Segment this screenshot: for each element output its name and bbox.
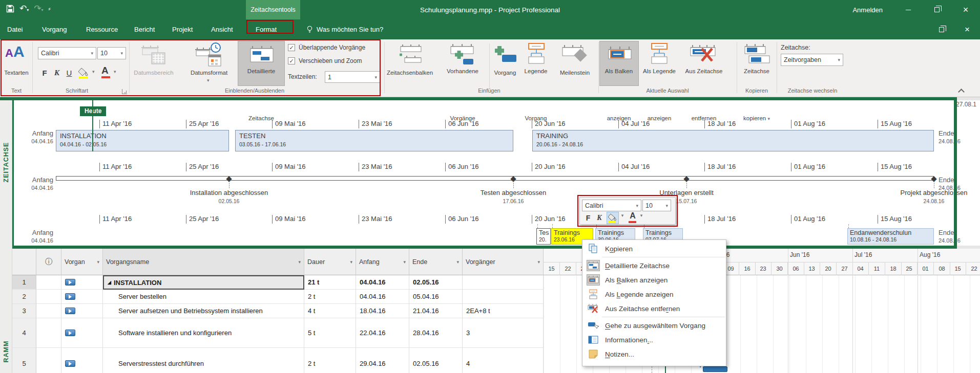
timeline-pane[interactable]	[12, 100, 954, 246]
document-close-icon[interactable]: ×	[965, 19, 970, 39]
dauer-cell[interactable]: 5 t	[304, 318, 356, 348]
menu-item[interactable]: Aus Zeitachse entfernen	[582, 301, 726, 316]
vorgaenger-cell[interactable]: 4	[463, 348, 544, 373]
tab-vorgang[interactable]: Vorgang	[37, 19, 72, 39]
filter-arrow-icon[interactable]: ▾	[537, 259, 540, 265]
filter-arrow-icon[interactable]: ▾	[350, 259, 352, 265]
column-header-Ende[interactable]: Ende▾	[409, 249, 463, 275]
zeitachse-kopieren-button[interactable]	[743, 42, 772, 69]
vorgaenger-cell[interactable]	[463, 290, 544, 304]
mini-color-dropdown[interactable]: ▾	[638, 213, 644, 218]
task-mode-cell[interactable]	[61, 275, 103, 290]
tab-projekt[interactable]: Projekt	[167, 19, 198, 39]
gantt-task-bar[interactable]	[703, 366, 727, 372]
row-number[interactable]: 3	[12, 304, 36, 318]
ende-cell[interactable]: 21.04.16	[409, 304, 463, 318]
italic-button[interactable]: K	[51, 67, 62, 78]
fill-color-dropdown[interactable]: ▾	[92, 69, 95, 74]
aus-zeitachse-entfernen-button[interactable]	[689, 43, 719, 69]
task-mode-cell[interactable]	[61, 290, 103, 304]
info-cell[interactable]	[36, 304, 61, 318]
column-header-Anfang[interactable]: Anfang▾	[356, 249, 409, 275]
vorgaenger-cell[interactable]	[463, 275, 544, 290]
tab-ressource[interactable]: Ressource	[81, 19, 123, 39]
task-mode-cell[interactable]	[61, 348, 103, 373]
save-icon[interactable]	[6, 5, 14, 13]
dauer-cell[interactable]: 2 t	[304, 348, 356, 373]
vorgang-einfuegen-button[interactable]	[493, 45, 517, 67]
menu-item[interactable]: Kopieren	[582, 242, 726, 256]
minimize-button[interactable]: ─	[894, 0, 923, 19]
tab-datei[interactable]: Datei	[2, 19, 28, 39]
font-name-combo[interactable]: Calibri▾	[38, 47, 96, 59]
info-cell[interactable]	[36, 318, 61, 348]
undo-button[interactable]: ↶▾	[19, 4, 29, 14]
ende-cell[interactable]: 02.05.16	[409, 275, 463, 290]
anfang-cell[interactable]: 29.04.16	[356, 348, 409, 373]
fill-color-button[interactable]	[78, 66, 90, 81]
schriftart-dialog-launcher-icon[interactable]	[122, 89, 127, 94]
close-button[interactable]: ×	[951, 0, 980, 19]
textzeilen-combo[interactable]: 1▾	[325, 71, 380, 83]
textarten-button[interactable]: AA	[5, 43, 25, 60]
info-cell[interactable]	[36, 348, 61, 373]
task-name-cell[interactable]: Software installieren und konfigurieren	[103, 318, 304, 348]
vorgaenger-cell[interactable]: 2EA+8 t	[463, 304, 544, 318]
check-ueberlappende[interactable]: ✓ Überlappende Vorgänge	[288, 44, 365, 51]
vorhandene-vorgaenge-button[interactable]	[448, 42, 476, 69]
task-name-cell[interactable]: Server aufsetzen und Betriebssystem inst…	[103, 304, 304, 318]
task-name-cell[interactable]: ◢INSTALLATION	[103, 275, 304, 290]
column-header-Vorgangsname[interactable]: Vorgangsname▾	[103, 249, 304, 275]
ende-cell[interactable]: 02.05.16	[409, 348, 463, 373]
datumsformat-dropdown[interactable]: ▾	[207, 78, 210, 83]
vorgaenger-cell[interactable]: 3	[463, 318, 544, 348]
info-cell[interactable]	[36, 275, 61, 290]
dauer-cell[interactable]: 2 t	[304, 290, 356, 304]
zeitachsenbalken-button[interactable]	[395, 43, 424, 68]
meilenstein-button[interactable]	[560, 43, 589, 69]
task-mode-cell[interactable]	[61, 318, 103, 348]
menu-item[interactable]: Notizen...	[582, 347, 726, 361]
als-legende-anzeigen-button[interactable]	[647, 42, 672, 69]
info-cell[interactable]	[36, 290, 61, 304]
mini-size-combo[interactable]: 10▾	[642, 200, 671, 211]
redo-button[interactable]: ↷▾	[34, 4, 43, 14]
task-mode-cell[interactable]	[61, 304, 103, 318]
mini-bold-button[interactable]: F	[583, 213, 593, 223]
column-header-Vorgänger[interactable]: Vorgänger▾	[463, 249, 544, 275]
sign-in-link[interactable]: Anmelden	[852, 0, 883, 19]
font-size-combo[interactable]: 10▾	[97, 47, 126, 59]
underline-button[interactable]: U	[64, 67, 75, 78]
menu-item[interactable]: Als Balken anzeigen	[582, 273, 726, 287]
column-header-info[interactable]: ⓘ	[36, 249, 61, 275]
column-header-Dauer[interactable]: Dauer▾	[304, 249, 356, 275]
datumsformat-button[interactable]	[194, 41, 224, 70]
mini-font-color-button[interactable]: A	[628, 211, 637, 221]
legende-vorgang-button[interactable]	[524, 42, 549, 69]
row-number[interactable]: 1	[12, 275, 36, 290]
bold-button[interactable]: F	[39, 67, 50, 78]
document-restore-icon[interactable]	[939, 19, 944, 39]
mini-font-combo[interactable]: Calibri▾	[582, 200, 641, 211]
tell-me-search[interactable]: Was möchten Sie tun?	[306, 19, 383, 39]
column-header-rownum[interactable]	[12, 249, 36, 275]
customize-qat-icon[interactable]: ⸗	[49, 5, 51, 12]
tab-bericht[interactable]: Bericht	[129, 19, 160, 39]
ende-cell[interactable]: 05.04.16	[409, 290, 463, 304]
expand-triangle-icon[interactable]: ◢	[108, 280, 111, 285]
filter-arrow-icon[interactable]: ▾	[97, 259, 99, 265]
mini-italic-button[interactable]: K	[594, 213, 604, 223]
menu-item[interactable]: Als Legende anzeigen	[582, 287, 726, 301]
mini-fill-color-button[interactable]	[607, 212, 619, 224]
anfang-cell[interactable]: 04.04.16	[356, 290, 409, 304]
collapse-ribbon-icon[interactable]	[958, 89, 965, 95]
filter-arrow-icon[interactable]: ▾	[298, 259, 301, 265]
detaillierte-zeitachse-button[interactable]	[238, 41, 285, 86]
anfang-cell[interactable]: 04.04.16	[356, 275, 409, 290]
column-header-Vorgan[interactable]: Vorgan▾	[61, 249, 103, 275]
anfang-cell[interactable]: 18.04.16	[356, 304, 409, 318]
anfang-cell[interactable]: 22.04.16	[356, 318, 409, 348]
dauer-cell[interactable]: 21 t	[304, 275, 356, 290]
als-balken-anzeigen-button[interactable]	[599, 41, 639, 86]
ende-cell[interactable]: 28.04.16	[409, 318, 463, 348]
